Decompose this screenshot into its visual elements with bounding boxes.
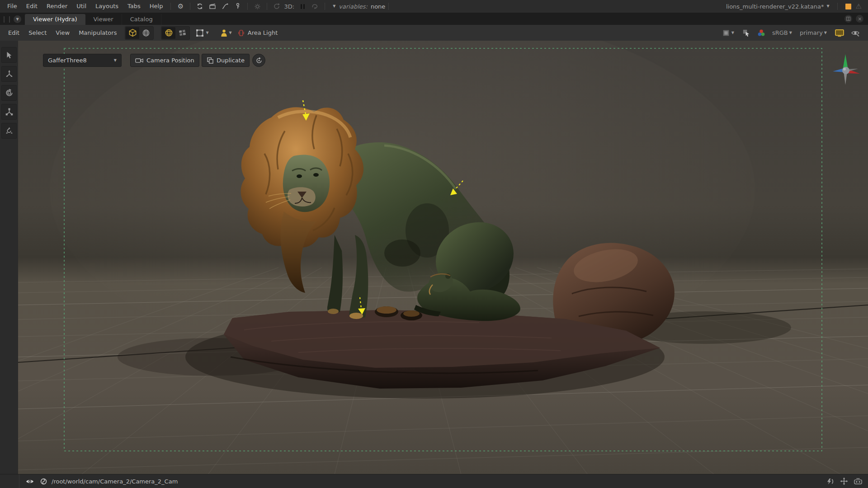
flash-render-icon[interactable] (826, 478, 835, 485)
variables-value: none (371, 3, 385, 10)
gaffer-caret-icon: ▼ (114, 59, 117, 62)
visibility-eye-icon[interactable] (26, 479, 34, 484)
channel-caret-icon: ▼ (824, 31, 827, 35)
camera-view-button[interactable]: ▼ (218, 27, 235, 39)
curve-editor-icon[interactable] (220, 1, 231, 11)
selected-light-indicator[interactable]: Area Light (238, 29, 278, 37)
gaffer-selector-value: GafferThree8 (48, 57, 87, 64)
render-refresh-icon-disabled (271, 1, 282, 11)
viewer-menu-select[interactable]: Select (24, 27, 51, 39)
menu-render[interactable]: Render (42, 0, 72, 13)
autosave-status-square[interactable] (845, 4, 851, 9)
keyframe-icon[interactable] (232, 1, 243, 11)
pane-drag-handle[interactable] (4, 16, 10, 23)
pan-view-icon[interactable] (840, 477, 848, 485)
3d-update-label: 3D: (284, 3, 294, 10)
menu-tabs[interactable]: Tabs (123, 0, 145, 13)
viewport: GafferThree8 ▼ Camera Position Duplicate (18, 41, 868, 474)
camera-position-button[interactable]: Camera Position (130, 54, 199, 67)
viewer-tool-sidebar (0, 41, 19, 474)
menu-file[interactable]: File (3, 0, 22, 13)
duplicate-button[interactable]: Duplicate (202, 54, 250, 67)
variables-caret-icon: ▼ (333, 5, 335, 8)
gamepad-navigation-icon[interactable] (854, 478, 863, 485)
selection-mode-button[interactable]: ▼ (193, 27, 212, 39)
warning-icon[interactable]: ⚠ (856, 2, 862, 10)
shading-mode-group (125, 26, 154, 40)
tab-catalog[interactable]: Catalog (122, 14, 161, 25)
menu-edit[interactable]: Edit (22, 0, 42, 13)
render-cycle-icon[interactable] (194, 1, 205, 11)
divider (388, 3, 389, 10)
area-light-label: Area Light (248, 29, 278, 36)
pane-menu-button[interactable]: ▼ (14, 15, 21, 23)
main-menubar: File Edit Render Util Layouts Tabs Help … (0, 0, 868, 13)
slate-clapper-icon[interactable] (207, 1, 218, 11)
loop-icon-disabled (310, 1, 321, 11)
tab-viewer-hydra[interactable]: Viewer (Hydra) (25, 14, 85, 25)
divider (325, 3, 325, 10)
menu-help[interactable]: Help (145, 0, 168, 13)
performance-icon[interactable] (252, 1, 263, 11)
scenegraph-path: /root/world/cam/Camera_2/Camera_2_Cam (52, 478, 178, 485)
variables-label: variables: (339, 3, 368, 10)
menu-layouts[interactable]: Layouts (91, 0, 123, 13)
project-file-selector[interactable]: lions_multi-renderer_v22.katana* ▼ (726, 3, 830, 10)
viewer-menu-edit[interactable]: Edit (4, 27, 24, 39)
filename-caret-icon: ▼ (826, 5, 829, 8)
global-mode-button[interactable] (139, 27, 153, 39)
camera-position-label: Camera Position (146, 57, 194, 64)
monitor-button[interactable] (833, 27, 846, 39)
divider (247, 3, 248, 10)
gaffer-selector-dropdown[interactable]: GafferThree8 ▼ (43, 54, 122, 67)
color-channels-icon[interactable] (755, 27, 768, 39)
orientation-gizmo[interactable] (832, 52, 861, 87)
geometry-sphere-button[interactable] (162, 27, 175, 39)
settings-gear-icon[interactable]: ⚙ (175, 1, 186, 11)
statusbar: /root/world/cam/Camera_2/Camera_2_Cam (0, 474, 868, 488)
inspect-eye-button[interactable] (849, 27, 862, 39)
colorspace-dropdown[interactable]: sRGB ▼ (770, 27, 795, 39)
render-layer-button[interactable]: ▼ (720, 27, 737, 39)
selection-mode-caret-icon: ▼ (206, 31, 208, 35)
viewer-menu-view[interactable]: View (51, 27, 74, 39)
divider (837, 3, 838, 10)
pane-close-button[interactable] (856, 15, 863, 23)
project-filename: lions_multi-renderer_v22.katana* (726, 3, 824, 10)
menu-util[interactable]: Util (72, 0, 91, 13)
divider (170, 3, 171, 10)
select-tool-button[interactable] (1, 47, 17, 63)
duplicate-label: Duplicate (217, 57, 245, 64)
rotate-tool-button[interactable] (1, 85, 17, 101)
viewport-canvas[interactable] (18, 41, 868, 474)
divider (267, 3, 267, 10)
divider (190, 3, 190, 10)
pause-updates-icon[interactable] (297, 1, 308, 11)
proxy-tiles-button[interactable] (175, 27, 189, 39)
snap-select-button[interactable] (740, 27, 752, 39)
tab-viewer[interactable]: Viewer (85, 14, 122, 25)
shaded-mode-button[interactable] (126, 27, 139, 39)
render-layer-caret-icon: ▼ (731, 31, 734, 35)
lock-view-button[interactable] (252, 54, 265, 67)
pane-tabbar: ▼ Viewer (Hydra) Viewer Catalog (0, 13, 868, 25)
graph-state-variables[interactable]: ▼ variables: none (333, 3, 385, 10)
viewer-toolbar: Edit Select View Manipulators ▼ ▼ Area L… (0, 25, 868, 41)
translate-tool-button[interactable] (1, 66, 17, 82)
viewer-menu-manipulators[interactable]: Manipulators (74, 27, 121, 39)
colorspace-caret-icon: ▼ (789, 31, 792, 35)
channel-value: primary (800, 29, 823, 36)
scenegraph-location-icon[interactable] (40, 478, 47, 485)
colorspace-value: sRGB (772, 29, 788, 36)
statusbar-spacer (0, 474, 19, 488)
scale-tool-button[interactable] (1, 104, 17, 120)
transform-tool-button[interactable] (1, 123, 17, 139)
pane-split-button[interactable] (844, 15, 852, 23)
channel-dropdown[interactable]: primary ▼ (798, 27, 830, 39)
proxy-display-group (161, 26, 190, 40)
camera-view-caret-icon: ▼ (229, 31, 232, 35)
